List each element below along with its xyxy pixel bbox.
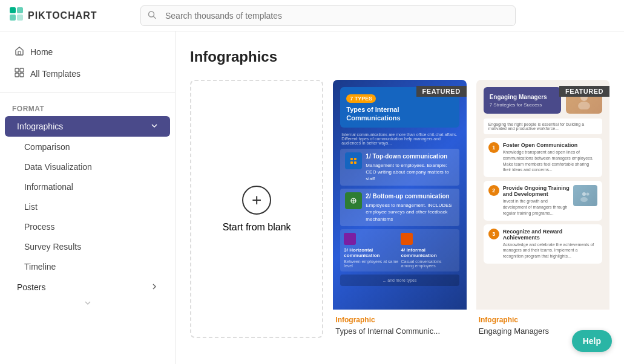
help-button[interactable]: Help bbox=[572, 330, 612, 352]
sidebar-category-posters[interactable]: Posters bbox=[5, 277, 170, 297]
svg-rect-2 bbox=[10, 15, 16, 21]
sidebar-item-all-templates[interactable]: All Templates bbox=[7, 63, 168, 85]
search-bar[interactable] bbox=[140, 5, 516, 26]
sidebar-scroll: Format Infographics Comparison Data Visu… bbox=[0, 93, 175, 364]
template-preview-1: 7 TYPES Types of Internal Communications… bbox=[333, 80, 466, 310]
infographics-label: Infographics bbox=[17, 122, 63, 131]
svg-rect-3 bbox=[17, 15, 23, 21]
posters-label: Posters bbox=[17, 282, 45, 292]
plus-circle-icon: + bbox=[242, 186, 271, 215]
search-input[interactable] bbox=[140, 5, 516, 26]
sidebar-sub-item-comparison[interactable]: Comparison bbox=[5, 137, 170, 157]
svg-rect-9 bbox=[15, 73, 19, 77]
logo-icon bbox=[10, 7, 23, 24]
template-name-1: Types of Internal Communic... bbox=[335, 327, 464, 336]
all-templates-label: All Templates bbox=[30, 69, 80, 79]
sidebar-sub-item-informational[interactable]: Informational bbox=[5, 177, 170, 197]
scroll-indicator bbox=[0, 298, 175, 308]
template-category-tag-1: Infographic bbox=[335, 316, 464, 324]
template-card-engaging-managers[interactable]: Engaging Managers 7 Strategies for Succe… bbox=[476, 80, 609, 338]
app-header: PIKTOCHART bbox=[0, 0, 624, 31]
format-label: Format bbox=[0, 100, 175, 115]
svg-line-5 bbox=[154, 16, 156, 19]
inf2-section-3: 3 Recognize and Reward Achievements Ackn… bbox=[484, 224, 602, 264]
sidebar-category-infographics[interactable]: Infographics bbox=[5, 116, 170, 137]
main-layout: Home All Templates Format Infographics bbox=[0, 31, 624, 364]
all-templates-icon bbox=[15, 68, 24, 80]
inf2-section-1: 1 Foster Open Communication Knowledge tr… bbox=[484, 138, 602, 177]
inf1-item-2: 2/ Bottom-up communication Employees to … bbox=[340, 189, 459, 226]
sidebar-sub-item-survey-results[interactable]: Survey Results bbox=[5, 237, 170, 256]
svg-point-21 bbox=[586, 192, 589, 195]
template-category-tag-2: Infographic bbox=[479, 316, 607, 324]
svg-rect-8 bbox=[20, 68, 24, 72]
template-card-internal-comms[interactable]: 7 TYPES Types of Internal Communications… bbox=[333, 80, 466, 338]
logo-area: PIKTOCHART bbox=[10, 7, 131, 24]
svg-rect-0 bbox=[10, 7, 16, 13]
svg-rect-12 bbox=[354, 158, 356, 160]
inf1-item-1: 1/ Top-down communication Management to … bbox=[340, 149, 459, 186]
sidebar-sub-item-process[interactable]: Process bbox=[5, 217, 170, 236]
home-label: Home bbox=[30, 47, 53, 57]
search-icon bbox=[148, 10, 156, 21]
home-icon bbox=[15, 46, 24, 58]
svg-rect-6 bbox=[18, 51, 21, 54]
content-area: Infographics + Start from blank 7 TYPES … bbox=[176, 31, 624, 364]
template-preview-2: Engaging Managers 7 Strategies for Succe… bbox=[476, 80, 609, 310]
sidebar-sub-item-timeline[interactable]: Timeline bbox=[5, 257, 170, 276]
svg-point-19 bbox=[578, 102, 590, 109]
sidebar-sub-item-data-visualization[interactable]: Data Visualization bbox=[5, 157, 170, 177]
featured-badge-1: FEATURED bbox=[416, 86, 467, 97]
sidebar-sub-item-list[interactable]: List bbox=[5, 197, 170, 216]
infographic-preview-1: 7 TYPES Types of Internal Communications… bbox=[333, 80, 466, 310]
logo-text: PIKTOCHART bbox=[28, 10, 97, 21]
featured-badge-2: FEATURED bbox=[559, 86, 609, 97]
sidebar: Home All Templates Format Infographics bbox=[0, 31, 176, 364]
inf1-items: 1/ Top-down communication Management to … bbox=[340, 149, 459, 302]
inf1-item-footer: ... and more types bbox=[340, 275, 459, 286]
svg-rect-13 bbox=[350, 161, 353, 164]
svg-rect-14 bbox=[354, 161, 356, 164]
svg-point-22 bbox=[580, 197, 588, 202]
chevron-right-icon bbox=[151, 282, 158, 292]
blank-card-label: Start from blank bbox=[223, 222, 291, 233]
svg-rect-7 bbox=[15, 68, 19, 72]
svg-point-20 bbox=[582, 192, 586, 196]
inf1-item-3-4: 3/ Horizontal communication Between empl… bbox=[340, 229, 459, 271]
svg-rect-10 bbox=[20, 73, 24, 77]
templates-grid: + Start from blank 7 TYPES Types of Inte… bbox=[190, 80, 609, 338]
blank-template-card[interactable]: + Start from blank bbox=[190, 80, 323, 338]
svg-rect-1 bbox=[17, 7, 23, 13]
sidebar-nav: Home All Templates bbox=[0, 31, 175, 93]
chevron-down-icon bbox=[151, 122, 158, 131]
sidebar-item-home[interactable]: Home bbox=[7, 41, 168, 63]
page-title: Infographics bbox=[190, 48, 609, 65]
svg-rect-11 bbox=[350, 158, 353, 160]
infographic-preview-2: Engaging Managers 7 Strategies for Succe… bbox=[476, 80, 609, 310]
template-footer-1: Infographic Types of Internal Communic..… bbox=[333, 310, 466, 338]
inf2-section-2: 2 Provide Ongoing Training and Developme… bbox=[484, 181, 602, 220]
